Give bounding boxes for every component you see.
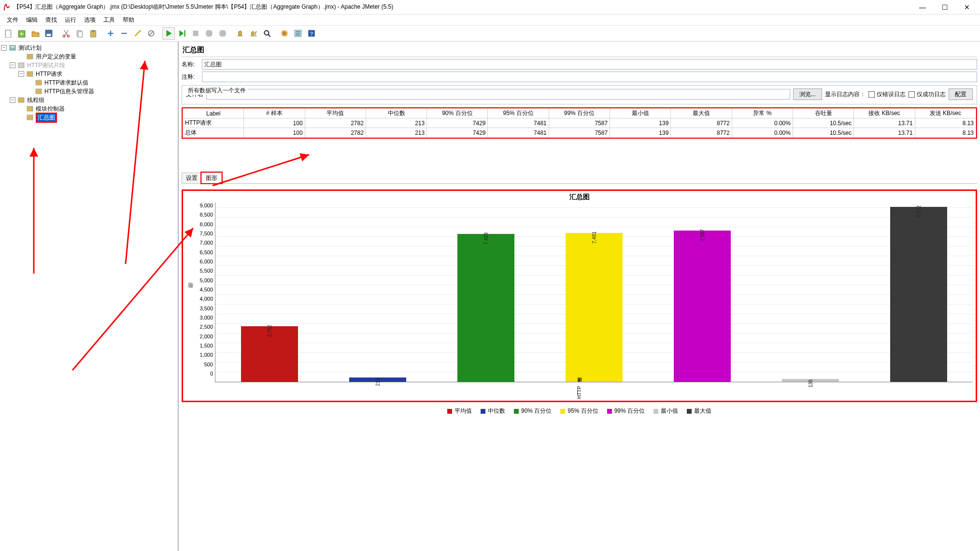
chart-title: 汇总图 [569, 193, 590, 202]
node-icon [26, 105, 34, 113]
col-header[interactable]: 中位数 [366, 109, 426, 118]
disable-button[interactable] [145, 27, 157, 40]
save-button[interactable] [43, 27, 55, 40]
wand-button[interactable] [131, 27, 144, 40]
col-header[interactable]: 最小值 [610, 109, 671, 118]
tree-item[interactable]: −线程组 [1, 96, 177, 104]
collapse-icon[interactable]: − [10, 97, 15, 103]
col-header[interactable]: 吞吐量 [793, 109, 853, 118]
cell: 2782 [305, 118, 366, 128]
bar-最小值: 139 [756, 203, 865, 382]
col-header[interactable]: 90% 百分位 [427, 109, 488, 118]
clear-button[interactable] [234, 27, 246, 40]
file-input[interactable] [206, 89, 790, 100]
window-maximize[interactable]: ☐ [934, 0, 956, 14]
menu-运行[interactable]: 运行 [61, 15, 80, 25]
tree-item[interactable]: −HTTP测试片段 [1, 61, 177, 70]
tree-item-label: HTTP请求默认值 [44, 79, 88, 87]
run-next-button[interactable] [176, 27, 188, 40]
plus-button[interactable] [104, 27, 117, 40]
collapse-icon[interactable]: − [1, 45, 7, 51]
error-only-checkbox[interactable]: 仅错误日志 [868, 90, 906, 99]
stop-hard-button[interactable] [203, 27, 215, 40]
col-header[interactable]: # 样本 [244, 109, 305, 118]
cell: 2782 [305, 128, 366, 138]
clear-all-button[interactable] [247, 27, 260, 40]
templates-button[interactable] [15, 27, 28, 40]
col-header[interactable]: 接收 KB/sec [854, 109, 915, 118]
svg-point-5 [67, 35, 70, 37]
menu-查找[interactable]: 查找 [42, 15, 61, 25]
chart-legend: 平均值中位数90% 百分位95% 百分位99% 百分位最小值最大值 [182, 407, 977, 415]
new-button[interactable] [2, 27, 14, 40]
tree-item[interactable]: HTTP请求默认值 [1, 78, 177, 87]
config-button[interactable]: 配置 [949, 88, 973, 100]
tree-item[interactable]: −HTTP请求 [1, 70, 177, 78]
window-minimize[interactable]: — [911, 0, 934, 14]
col-header[interactable]: 异常 % [732, 109, 793, 118]
browse-button[interactable]: 浏览... [793, 88, 822, 100]
menu-工具[interactable]: 工具 [99, 15, 119, 25]
svg-rect-25 [27, 72, 33, 76]
cell: 213 [366, 118, 426, 128]
col-header[interactable]: 最大值 [671, 109, 732, 118]
minus-button[interactable] [118, 27, 130, 40]
tree-item[interactable]: 用户定义的变量 [1, 52, 177, 61]
tree-item[interactable]: HTTP信息头管理器 [1, 87, 177, 96]
paste-button[interactable] [87, 27, 99, 40]
window-close[interactable]: ✕ [956, 0, 978, 14]
col-header[interactable]: Label [183, 109, 244, 118]
shutdown-button[interactable] [216, 27, 229, 40]
legend-item: 最小值 [653, 407, 678, 415]
y-tick: 4,500 [195, 287, 213, 292]
tree-item[interactable]: 模块控制器 [1, 104, 177, 113]
comment-label: 注释: [182, 73, 199, 81]
table-row[interactable]: 总体100278221374297481758713987720.00%10.5… [183, 128, 976, 138]
copy-button[interactable] [73, 27, 86, 40]
tree-root[interactable]: − 测试计划 [1, 44, 177, 52]
cell: 13.71 [854, 118, 915, 128]
name-input[interactable] [202, 59, 977, 70]
bar-99% 百分位: 7,587 [648, 203, 756, 382]
collapse-icon[interactable]: − [18, 71, 24, 77]
stop-button[interactable] [189, 27, 202, 40]
col-header[interactable]: 99% 百分位 [549, 109, 610, 118]
menu-帮助[interactable]: 帮助 [119, 15, 138, 25]
help-button[interactable]: ? [305, 27, 318, 40]
cut-button[interactable] [60, 27, 72, 40]
cell: 10.5/sec [793, 118, 853, 128]
comment-input[interactable] [202, 72, 977, 82]
svg-rect-12 [193, 30, 198, 36]
table-row[interactable]: HTTP请求100278221374297481758713987720.00%… [183, 118, 976, 128]
collapse-icon[interactable]: − [10, 62, 15, 68]
run-button[interactable] [162, 27, 175, 40]
open-button[interactable] [29, 27, 42, 40]
col-header[interactable]: 发送 KB/sec [915, 109, 976, 118]
toolbar: fx? [0, 25, 980, 42]
svg-text:fx: fx [283, 31, 286, 36]
tab-graph[interactable]: 图形 [201, 173, 222, 183]
cell: 7587 [549, 118, 610, 128]
find-button[interactable] [261, 27, 273, 40]
col-header[interactable]: 95% 百分位 [488, 109, 549, 118]
col-header[interactable]: 平均值 [305, 109, 366, 118]
y-tick: 6,500 [195, 249, 213, 255]
y-tick: 3,500 [195, 305, 213, 311]
y-tick: 1,500 [195, 343, 213, 348]
legend-item: 最大值 [687, 407, 711, 415]
menu-编辑[interactable]: 编辑 [22, 15, 42, 25]
cell: 8.13 [915, 128, 976, 138]
y-tick: 7,000 [195, 240, 213, 246]
menu-选项[interactable]: 选项 [80, 15, 99, 25]
node-icon [26, 53, 34, 60]
tree-button[interactable] [292, 27, 304, 40]
chart-area: 汇总图 毫秒 9,0008,5008,0007,5007,0006,5006,0… [182, 189, 977, 402]
tab-settings[interactable]: 设置 [182, 173, 202, 183]
tree-item-label: HTTP请求 [36, 70, 62, 78]
tree-item[interactable]: 汇总图 [1, 113, 177, 122]
svg-marker-14 [219, 30, 226, 37]
success-only-checkbox[interactable]: 仅成功日志 [909, 90, 946, 99]
fn-button[interactable]: fx [278, 27, 291, 40]
cell: 100 [244, 118, 305, 128]
menu-文件[interactable]: 文件 [3, 15, 22, 25]
